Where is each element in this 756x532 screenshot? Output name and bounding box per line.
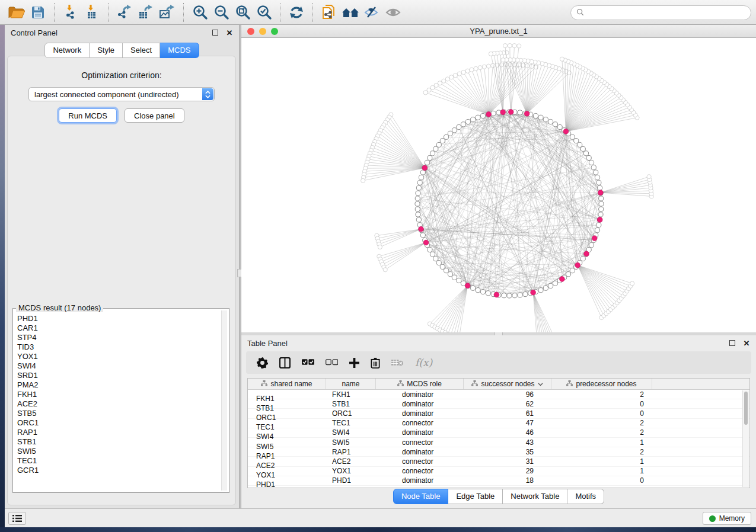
table-cell[interactable]: dominator	[376, 409, 464, 418]
result-node-item[interactable]: SWI4	[17, 361, 218, 371]
search-input[interactable]	[584, 9, 751, 17]
result-scrollbar[interactable]	[221, 310, 227, 491]
table-cell[interactable]: 18	[464, 476, 551, 485]
tab-motifs[interactable]: Motifs	[567, 489, 604, 504]
table-scrollbar[interactable]	[742, 390, 749, 487]
table-cell[interactable]: 61	[464, 409, 551, 418]
tab-network-table[interactable]: Network Table	[503, 489, 567, 504]
export-image-icon[interactable]	[157, 2, 178, 23]
result-node-item[interactable]: PHD1	[17, 314, 218, 323]
table-cell[interactable]: 0	[551, 400, 652, 408]
criterion-dropdown[interactable]: largest connected component (undirected)	[28, 87, 215, 101]
minimize-window-icon[interactable]	[259, 28, 266, 35]
hide-selected-icon[interactable]	[361, 2, 382, 23]
table-cell[interactable]: 0	[551, 409, 652, 418]
table-cell[interactable]: dominator	[376, 400, 464, 408]
result-node-item[interactable]: STB5	[17, 409, 218, 418]
table-row[interactable]: PHD1PHD1dominator180	[248, 476, 749, 486]
tab-node-table[interactable]: Node Table	[393, 489, 449, 504]
table-cell[interactable]: 46	[464, 428, 551, 437]
result-node-item[interactable]: FKH1	[17, 390, 218, 399]
result-node-item[interactable]: PMA2	[17, 380, 218, 390]
close-window-icon[interactable]	[247, 28, 254, 35]
result-node-item[interactable]: TEC1	[17, 456, 218, 466]
table-cell[interactable]: dominator	[376, 390, 464, 399]
run-mcds-button[interactable]: Run MCDS	[59, 108, 117, 123]
zoom-fit-icon[interactable]	[232, 2, 253, 23]
table-cell[interactable]: 29	[464, 467, 551, 475]
open-session-icon[interactable]	[6, 2, 27, 23]
float-panel-icon[interactable]	[728, 338, 737, 348]
import-network-icon[interactable]	[60, 2, 81, 23]
close-panel-button[interactable]: Close panel	[125, 108, 184, 123]
table-cell[interactable]: ORC1	[326, 409, 376, 418]
share-document-icon[interactable]	[318, 2, 340, 23]
add-row-icon[interactable]	[349, 358, 359, 368]
select-all-icon[interactable]	[302, 359, 314, 366]
split-view-icon[interactable]	[279, 357, 291, 368]
table-cell[interactable]: connector	[376, 419, 464, 427]
column-header-name[interactable]: name	[326, 379, 376, 389]
table-cell[interactable]: 96	[464, 390, 551, 399]
deselect-all-icon[interactable]	[326, 359, 338, 366]
export-network-icon[interactable]	[114, 2, 135, 23]
table-cell[interactable]: connector	[376, 467, 464, 475]
table-cell[interactable]: 2	[551, 448, 652, 456]
table-cell[interactable]: 31	[464, 457, 551, 466]
tab-mcds[interactable]: MCDS	[160, 43, 199, 58]
home-networks-icon[interactable]	[340, 2, 361, 23]
table-cell[interactable]: PHD1	[326, 476, 376, 485]
network-canvas[interactable]	[241, 38, 756, 332]
table-cell[interactable]: 0	[551, 476, 652, 485]
settings-icon[interactable]	[257, 357, 268, 368]
tab-select[interactable]: Select	[123, 43, 160, 58]
result-node-item[interactable]: CAR1	[17, 323, 218, 333]
delete-row-icon[interactable]	[371, 357, 380, 368]
tab-network[interactable]: Network	[44, 43, 90, 58]
result-node-item[interactable]: RAP1	[17, 428, 218, 437]
result-node-item[interactable]: YOX1	[17, 352, 218, 361]
table-cell[interactable]: ACE2	[326, 457, 376, 466]
result-node-item[interactable]: ORC1	[17, 418, 218, 428]
table-cell[interactable]: PHD1	[248, 472, 326, 489]
result-node-item[interactable]: SWI5	[17, 447, 218, 456]
float-panel-icon[interactable]	[210, 28, 220, 37]
table-cell[interactable]: RAP1	[326, 448, 376, 456]
task-history-button[interactable]	[8, 512, 26, 525]
table-cell[interactable]: connector	[376, 438, 464, 447]
memory-button[interactable]: Memory	[703, 512, 751, 525]
show-all-icon[interactable]	[382, 2, 404, 23]
result-node-item[interactable]: ACE2	[17, 399, 218, 409]
table-cell[interactable]: dominator	[376, 476, 464, 485]
refresh-layout-icon[interactable]	[286, 2, 307, 23]
column-header-MCDS-role[interactable]: MCDS role	[376, 379, 464, 389]
table-cell[interactable]: dominator	[376, 428, 464, 437]
table-cell[interactable]: 47	[464, 419, 551, 427]
column-header-successor-nodes[interactable]: successor nodes	[464, 379, 551, 389]
table-cell[interactable]: 2	[551, 419, 652, 427]
scrollbar-thumb[interactable]	[744, 392, 748, 425]
save-session-icon[interactable]	[27, 2, 49, 23]
zoom-out-icon[interactable]	[210, 2, 232, 23]
close-panel-icon[interactable]: ✕	[742, 338, 751, 348]
tab-style[interactable]: Style	[90, 43, 123, 58]
result-node-item[interactable]: SRD1	[17, 371, 218, 380]
tab-edge-table[interactable]: Edge Table	[448, 489, 503, 504]
export-table-icon[interactable]	[135, 2, 157, 23]
table-cell[interactable]: SWI4	[326, 428, 376, 437]
column-header-shared-name[interactable]: shared name	[248, 379, 326, 389]
table-cell[interactable]: SWI5	[326, 438, 376, 447]
network-graph[interactable]	[241, 38, 756, 332]
table-cell[interactable]: dominator	[376, 448, 464, 456]
table-cell[interactable]: 1	[551, 457, 652, 466]
result-node-item[interactable]: STB1	[17, 437, 218, 447]
import-table-icon[interactable]	[81, 2, 103, 23]
close-panel-icon[interactable]: ✕	[225, 28, 234, 37]
result-node-item[interactable]: GCR1	[17, 466, 218, 475]
table-cell[interactable]: 35	[464, 448, 551, 456]
network-window-titlebar[interactable]: YPA_prune.txt_1	[241, 25, 756, 38]
table-cell[interactable]: FKH1	[326, 390, 376, 399]
table-cell[interactable]: 2	[551, 428, 652, 437]
table-cell[interactable]: 43	[464, 438, 551, 447]
search-box[interactable]	[570, 5, 751, 20]
